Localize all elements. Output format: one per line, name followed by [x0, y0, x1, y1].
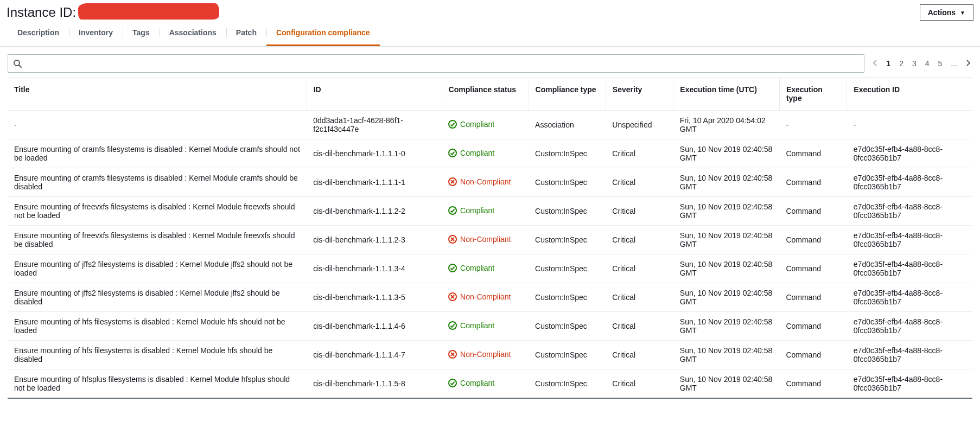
cell-status: Compliant [442, 197, 529, 226]
cell-exectime: Fri, 10 Apr 2020 04:54:02 GMT [673, 111, 780, 139]
cell-title: - [8, 111, 307, 139]
cell-exectime: Sun, 10 Nov 2019 02:40:58 GMT [673, 139, 780, 168]
table-row[interactable]: Ensure mounting of jffs2 filesystems is … [8, 254, 972, 283]
page-4[interactable]: 4 [921, 57, 934, 70]
cell-ctype: Custom:InSpec [529, 197, 606, 226]
actions-label: Actions [928, 8, 956, 17]
cell-exectime: Sun, 10 Nov 2019 02:40:58 GMT [673, 312, 780, 341]
status-label: Non-Compliant [460, 292, 511, 301]
cell-execid: e7d0c35f-efb4-4a88-8cc8-0fcc0365b1b7 [847, 168, 972, 197]
cell-exectype: Command [779, 312, 847, 341]
cell-exectime: Sun, 10 Nov 2019 02:40:58 GMT [673, 254, 780, 283]
status-compliant: Compliant [448, 206, 494, 215]
cell-execid: e7d0c35f-efb4-4a88-8cc8-0fcc0365b1b7 [847, 197, 972, 226]
cell-id: cis-dil-benchmark-1.1.1.1-1 [307, 168, 442, 197]
cell-id: 0dd3ada1-1acf-4628-86f1-f2c1f43c447e [307, 111, 442, 139]
cell-execid: e7d0c35f-efb4-4a88-8cc8-0fcc0365b1b7 [847, 139, 972, 168]
cell-title: Ensure mounting of hfs filesystems is di… [8, 312, 307, 341]
search-input[interactable] [8, 54, 864, 73]
table-row[interactable]: Ensure mounting of hfs filesystems is di… [8, 341, 972, 369]
cell-id: cis-dil-benchmark-1.1.1.2-2 [307, 197, 442, 226]
status-compliant: Compliant [448, 264, 494, 272]
cell-status: Compliant [442, 254, 529, 283]
table-row[interactable]: Ensure mounting of hfs filesystems is di… [8, 312, 972, 341]
check-circle-icon [448, 149, 457, 157]
cell-id: cis-dil-benchmark-1.1.1.3-5 [307, 283, 442, 312]
cell-exectype: Command [779, 226, 847, 254]
cell-exectype: - [779, 111, 847, 139]
col-ctype[interactable]: Compliance type [529, 78, 606, 111]
col-title[interactable]: Title [8, 78, 307, 111]
cell-id: cis-dil-benchmark-1.1.1.4-7 [307, 341, 442, 369]
status-compliant: Compliant [448, 120, 494, 129]
cell-status: Compliant [442, 111, 529, 139]
chevron-left-icon [871, 59, 880, 67]
status-label: Compliant [460, 379, 494, 387]
table-row[interactable]: Ensure mounting of freevxfs filesystems … [8, 226, 972, 254]
cell-execid: e7d0c35f-efb4-4a88-8cc8-0fcc0365b1b7 [847, 312, 972, 341]
col-severity[interactable]: Severity [606, 78, 673, 111]
instance-id-redacted [78, 3, 219, 20]
svg-point-19 [449, 379, 456, 387]
cell-exectime: Sun, 10 Nov 2019 02:40:58 GMT [673, 341, 780, 369]
cell-severity: Critical [606, 254, 673, 283]
status-label: Compliant [460, 120, 494, 129]
page-3[interactable]: 3 [908, 57, 921, 70]
check-circle-icon [448, 379, 457, 387]
cell-severity: Critical [606, 168, 673, 197]
table-row[interactable]: Ensure mounting of hfsplus filesystems i… [8, 369, 972, 399]
search-wrap [8, 54, 864, 73]
tab-description[interactable]: Description [8, 21, 69, 46]
cell-severity: Critical [606, 312, 673, 341]
cell-execid: - [847, 111, 972, 139]
tab-tags[interactable]: Tags [123, 21, 160, 46]
cell-ctype: Custom:InSpec [529, 139, 606, 168]
col-id[interactable]: ID [307, 78, 442, 111]
table-row[interactable]: Ensure mounting of cramfs filesystems is… [8, 139, 972, 168]
status-non-compliant: Non-Compliant [448, 350, 511, 359]
cell-exectype: Command [779, 283, 847, 312]
cell-id: cis-dil-benchmark-1.1.1.5-8 [307, 369, 442, 399]
svg-point-2 [449, 120, 456, 128]
tab-associations[interactable]: Associations [160, 21, 226, 46]
col-status[interactable]: Compliance status [442, 78, 529, 111]
page-2[interactable]: 2 [895, 57, 908, 70]
col-execid[interactable]: Execution ID [847, 78, 972, 111]
cell-exectype: Command [779, 139, 847, 168]
status-compliant: Compliant [448, 379, 494, 387]
cell-id: cis-dil-benchmark-1.1.1.4-6 [307, 312, 442, 341]
cell-id: cis-dil-benchmark-1.1.1.2-3 [307, 226, 442, 254]
table-row[interactable]: Ensure mounting of jffs2 filesystems is … [8, 283, 972, 312]
status-non-compliant: Non-Compliant [448, 292, 511, 301]
page-title-prefix: Instance ID: [7, 5, 76, 20]
chevron-right-icon [964, 59, 972, 67]
page-1[interactable]: 1 [882, 57, 895, 70]
tab-patch[interactable]: Patch [226, 21, 266, 46]
page-5[interactable]: 5 [934, 57, 947, 70]
cell-severity: Critical [606, 226, 673, 254]
cell-severity: Critical [606, 283, 673, 312]
actions-button[interactable]: Actions ▼ [920, 4, 973, 21]
table-row[interactable]: -0dd3ada1-1acf-4628-86f1-f2c1f43c447eCom… [8, 111, 972, 139]
col-exectype[interactable]: Execution type [779, 78, 847, 111]
page-next[interactable] [964, 59, 972, 69]
page-prev[interactable] [871, 59, 880, 69]
table-row[interactable]: Ensure mounting of freevxfs filesystems … [8, 197, 972, 226]
cell-ctype: Custom:InSpec [529, 254, 606, 283]
cell-execid: e7d0c35f-efb4-4a88-8cc8-0fcc0365b1b7 [847, 254, 972, 283]
tab-configuration-compliance[interactable]: Configuration compliance [266, 21, 380, 46]
page-ellipsis: ... [946, 57, 962, 70]
cell-exectime: Sun, 10 Nov 2019 02:40:58 GMT [673, 226, 780, 254]
check-circle-icon [448, 120, 457, 129]
status-non-compliant: Non-Compliant [448, 235, 511, 244]
table-row[interactable]: Ensure mounting of cramfs filesystems is… [8, 168, 972, 197]
col-exectime[interactable]: Execution time (UTC) [673, 78, 780, 111]
cell-status: Compliant [442, 139, 529, 168]
caret-down-icon: ▼ [960, 10, 965, 16]
tab-inventory[interactable]: Inventory [69, 21, 123, 46]
cell-title: Ensure mounting of cramfs filesystems is… [8, 168, 307, 197]
check-circle-icon [448, 206, 457, 215]
tabs: DescriptionInventoryTagsAssociationsPatc… [0, 21, 980, 47]
cell-exectime: Sun, 10 Nov 2019 02:40:58 GMT [673, 283, 780, 312]
svg-point-11 [449, 264, 456, 272]
